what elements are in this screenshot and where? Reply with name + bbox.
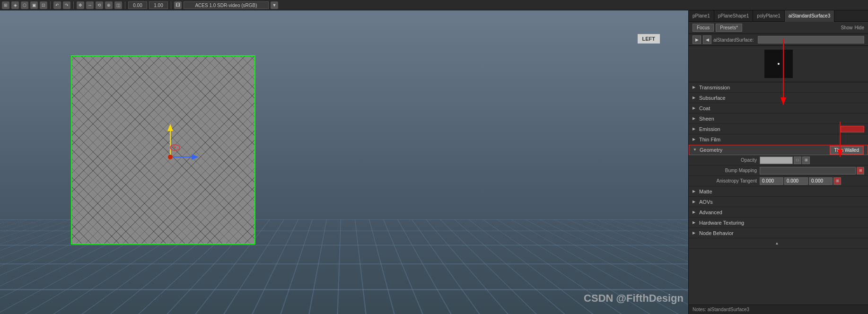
section-sheen[interactable]: ▶ Sheen <box>689 113 868 124</box>
axis-gizmo <box>147 119 203 176</box>
arrow-collapse: ▲ <box>775 241 780 246</box>
arrow-thin-film: ▶ <box>693 137 697 142</box>
presets-button[interactable]: Presets* <box>716 24 742 32</box>
arrow-matte: ▶ <box>693 189 697 194</box>
focus-button[interactable]: Focus <box>693 24 714 32</box>
label-matte: Matte <box>699 189 712 194</box>
thin-walled-button[interactable]: Thin Walled <box>830 146 864 155</box>
opacity-color-swatch[interactable] <box>760 157 793 164</box>
anisotropy-v2[interactable] <box>784 177 808 185</box>
arrow-transmission: ▶ <box>693 85 697 90</box>
opacity-icon1[interactable]: □ <box>794 157 801 164</box>
toolbar-icon-5[interactable]: ⊡ <box>40 1 47 9</box>
bump-field[interactable] <box>760 167 856 174</box>
label-thin-film: Thin Film <box>699 137 720 142</box>
shader-name-input[interactable]: aiStandardSurface3 <box>758 36 864 44</box>
shader-collapse-icon[interactable]: ▶ <box>693 35 701 44</box>
viewport-left-label: LEFT <box>638 34 660 44</box>
toolbar-divider-3 <box>125 1 125 9</box>
toolbar-icon-11[interactable]: ⊕ <box>105 1 113 9</box>
section-hardware-texturing[interactable]: ▶ Hardware Texturing <box>689 218 868 228</box>
section-emission[interactable]: ▶ Emission <box>689 124 868 134</box>
toolbar-icon-13[interactable]: 🎞 <box>174 1 182 9</box>
bump-icon[interactable]: ⊞ <box>857 167 864 174</box>
toolbar-icon-4[interactable]: ▣ <box>30 1 38 9</box>
arrow-hardware-texturing: ▶ <box>693 220 697 225</box>
anisotropy-v3[interactable] <box>809 177 833 185</box>
arrow-aovs: ▶ <box>693 200 697 204</box>
label-hardware-texturing: Hardware Texturing <box>699 220 744 226</box>
svg-marker-3 <box>192 154 199 160</box>
shader-expand-icon[interactable]: ◀ <box>703 35 711 44</box>
section-geometry[interactable]: ▼ Geometry Thin Walled <box>689 145 868 155</box>
section-subsurface[interactable]: ▶ Subsurface <box>689 93 868 103</box>
svg-point-6 <box>174 147 176 148</box>
anisotropy-v1[interactable] <box>760 177 783 185</box>
label-coat: Coat <box>699 105 710 111</box>
arrow-emission: ▶ <box>693 127 697 131</box>
label-anisotropy-tangent: Anisotropy Tangent <box>698 178 760 183</box>
tab-polyplane1[interactable]: polyPlane1 <box>753 10 784 22</box>
svg-marker-1 <box>167 124 173 131</box>
label-subsurface: Subsurface <box>699 95 726 101</box>
show-button[interactable]: Show <box>841 25 852 30</box>
section-transmission[interactable]: ▶ Transmission <box>689 82 868 93</box>
toolbar-icon-2[interactable]: ◈ <box>11 1 19 9</box>
main-content: LEFT CSDN @FifthDesign pPlane1 pPlaneSha… <box>0 10 868 314</box>
prop-opacity: Opacity □ ⊞ <box>689 155 868 166</box>
tab-pplaneshape1[interactable]: pPlaneShape1 <box>714 10 754 22</box>
toolbar-icon-6[interactable]: ↶ <box>53 1 61 9</box>
field-bump-mapping: ⊞ <box>760 167 864 174</box>
section-advanced[interactable]: ▶ Advanced <box>689 207 868 218</box>
value1-display[interactable]: 0.00 <box>128 1 147 9</box>
tab-aistandardsurface3[interactable]: aiStandardSurface3 <box>785 10 834 22</box>
label-advanced: Advanced <box>699 209 722 215</box>
arrow-coat: ▶ <box>693 106 697 111</box>
material-preview-area <box>689 46 868 82</box>
prop-bump-mapping: Bump Mapping ⊞ <box>689 166 868 176</box>
toolbar: ⊞ ◈ ⬡ ▣ ⊡ ↶ ↷ ✥ ↔ ⟲ ⊕ ◫ 0.00 1.00 🎞 ACES… <box>0 0 868 10</box>
shader-label: aiStandardSurface: <box>713 37 754 43</box>
toolbar-icon-7[interactable]: ↷ <box>63 1 70 9</box>
viewport[interactable]: LEFT CSDN @FifthDesign <box>0 10 688 314</box>
toolbar-icon-3[interactable]: ⬡ <box>21 1 28 9</box>
section-collapse[interactable]: ▲ <box>689 238 868 249</box>
emission-value <box>841 126 864 132</box>
toolbar-icon-12[interactable]: ◫ <box>114 1 122 9</box>
label-node-behavior: Node Behavior <box>699 230 734 236</box>
section-thin-film[interactable]: ▶ Thin Film <box>689 134 868 145</box>
material-preview <box>764 50 793 78</box>
label-geometry: Geometry <box>700 147 722 153</box>
tab-pplane1[interactable]: pPlane1 <box>689 10 714 22</box>
toolbar-divider-4 <box>171 1 171 9</box>
toolbar-icon-1[interactable]: ⊞ <box>2 1 9 9</box>
notes-bar: Notes: aiStandardSurface3 <box>689 305 868 314</box>
section-node-behavior[interactable]: ▶ Node Behavior <box>689 228 868 238</box>
arrow-sheen: ▶ <box>693 116 697 121</box>
section-coat[interactable]: ▶ Coat <box>689 103 868 113</box>
label-sheen: Sheen <box>699 116 714 122</box>
anisotropy-icon[interactable]: ⊞ <box>833 177 841 185</box>
toolbar-icon-8[interactable]: ✥ <box>77 1 84 9</box>
arrow-node-behavior: ▶ <box>693 231 697 236</box>
svg-point-4 <box>168 155 173 159</box>
toolbar-icon-10[interactable]: ⟲ <box>96 1 103 9</box>
right-panel: pPlane1 pPlaneShape1 polyPlane1 aiStanda… <box>688 10 868 314</box>
panel-tabs: pPlane1 pPlaneShape1 polyPlane1 aiStanda… <box>689 10 868 22</box>
properties-panel[interactable]: ▶ Transmission ▶ Subsurface ▶ Coat ▶ She… <box>689 82 868 305</box>
section-aovs[interactable]: ▶ AOVs <box>689 197 868 207</box>
prop-anisotropy-tangent: Anisotropy Tangent ⊞ <box>689 176 868 186</box>
shader-row: ▶ ◀ aiStandardSurface: aiStandardSurface… <box>689 34 868 46</box>
hide-button[interactable]: Hide <box>854 25 864 30</box>
section-matte[interactable]: ▶ Matte <box>689 186 868 197</box>
panel-header: Focus Presets* Show Hide <box>689 22 868 34</box>
opacity-icon2[interactable]: ⊞ <box>802 157 810 164</box>
arrow-advanced: ▶ <box>693 210 697 215</box>
toolbar-icon-9[interactable]: ↔ <box>86 1 94 9</box>
value2-display[interactable]: 1.00 <box>149 1 168 9</box>
toolbar-dropdown-icon[interactable]: ▼ <box>271 1 278 9</box>
color-space-display[interactable]: ACES 1.0 SDR-video (sRGB) <box>184 1 269 9</box>
toolbar-divider-2 <box>73 1 74 9</box>
label-bump-mapping: Bump Mapping <box>698 168 760 173</box>
label-emission: Emission <box>699 126 720 132</box>
